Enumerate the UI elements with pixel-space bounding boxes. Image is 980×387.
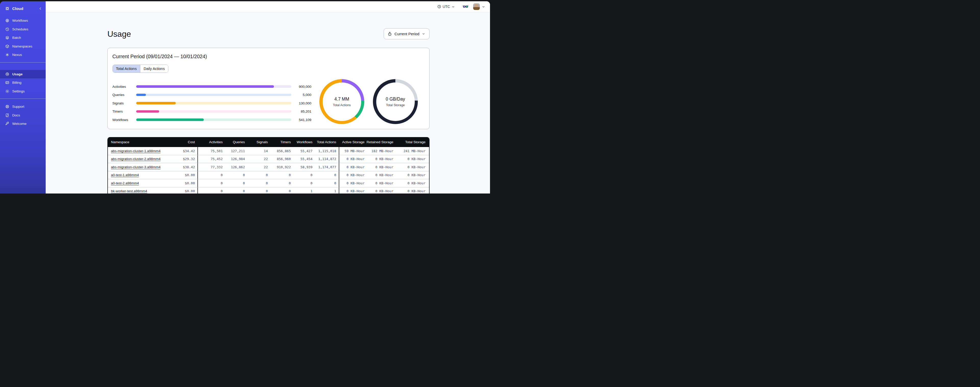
- column-header-activities: Activities: [197, 140, 225, 144]
- donut-value: 4.7 MM: [334, 96, 349, 102]
- cell-retained-storage: 0 KB-Hour: [367, 187, 396, 194]
- period-selector-button[interactable]: Current Period: [383, 28, 430, 39]
- usage-icon: [5, 72, 10, 76]
- user-avatar[interactable]: [473, 3, 480, 10]
- tab-daily-actions[interactable]: Daily Actions: [140, 65, 168, 72]
- column-header-workflows: Workflows: [293, 140, 315, 144]
- namespace-link[interactable]: bk-worker-test.a98mm4: [111, 189, 147, 193]
- cell-cost: $0.00: [174, 179, 197, 187]
- namespace-cell: abs-migration-cluster-1.a98mm4: [108, 147, 174, 155]
- sidebar-item-label: Namespaces: [12, 45, 32, 48]
- donut-center: 4.7 MM Total Actions: [323, 82, 361, 121]
- bar-row-activities: Activities900,000: [113, 84, 312, 90]
- bar-label: Workflows: [113, 118, 133, 122]
- sidebar-item-label: Settings: [12, 90, 25, 93]
- cell-queries: 126,862: [225, 163, 247, 171]
- cell-total-storage: 0 KB-Hour: [396, 171, 429, 179]
- settings-icon: [5, 89, 10, 93]
- sidebar-item-label: Welcome: [12, 122, 27, 126]
- welcome-icon: [5, 122, 10, 126]
- sidebar-item-namespaces[interactable]: Namespaces: [0, 42, 46, 51]
- bar-label: Activities: [113, 85, 133, 89]
- namespace-link[interactable]: abs-migration-cluster-2.a98mm4: [111, 157, 161, 161]
- cell-activities: 75,501: [197, 147, 225, 155]
- donut-label: Total Storage: [386, 103, 405, 107]
- cell-retained-storage: 0 KB-Hour: [367, 179, 396, 187]
- namespace-cell: bk-worker-test.a98mm4: [108, 187, 174, 194]
- chevron-down-icon: [422, 32, 425, 36]
- bar-value: 541,109: [294, 118, 312, 122]
- bar-row-queries: Queries5,000: [113, 92, 312, 98]
- donut-center: 0 GB/Day Total Storage: [376, 82, 415, 121]
- sidebar-nav-account: UsageBillingSettings: [0, 70, 46, 96]
- chevron-down-icon: [451, 5, 455, 9]
- column-header-cost: Cost: [174, 140, 197, 144]
- cell-timers: 856,960: [270, 155, 293, 163]
- sidebar-item-label: Schedules: [12, 27, 28, 31]
- nexus-icon: [5, 53, 10, 57]
- total-actions-donut: 4.7 MM Total Actions: [319, 79, 364, 124]
- cell-active-storage: 0 KB-Hour: [339, 155, 367, 163]
- cell-total-storage: 241 MB-Hour: [396, 147, 429, 155]
- cell-signals: 22: [247, 163, 270, 171]
- table-row: abs-migration-cluster-3.a98mm4$38.4277,3…: [108, 163, 429, 171]
- namespace-link[interactable]: abs-migration-cluster-1.a98mm4: [111, 149, 161, 153]
- sidebar-item-schedules[interactable]: Schedules: [0, 25, 46, 34]
- usage-bar-chart: Activities900,000Queries5,000Signals130,…: [113, 84, 312, 124]
- bar-fill: [136, 110, 159, 113]
- cell-cost: $34.42: [174, 147, 197, 155]
- temporal-logo-icon: [5, 6, 10, 11]
- workflows-icon: [5, 18, 10, 23]
- sidebar-item-batch[interactable]: Batch: [0, 34, 46, 42]
- cell-total-actions: 1,114,872: [315, 155, 339, 163]
- main-area: Usage Current Period Current Period (09/…: [46, 12, 490, 194]
- cell-total-actions: 0: [315, 179, 339, 187]
- cell-cost: $0.00: [174, 171, 197, 179]
- cell-workflows: 0: [293, 179, 315, 187]
- sidebar-item-support[interactable]: Support: [0, 102, 46, 111]
- bar-fill: [136, 102, 176, 104]
- bar-track: [136, 118, 291, 121]
- donut-charts: 4.7 MM Total Actions 0 GB/Day Total Stor…: [319, 79, 418, 124]
- bar-fill: [136, 118, 204, 121]
- bar-value: 5,000: [294, 93, 312, 97]
- bar-value: 85,201: [294, 110, 312, 114]
- labs-glasses-icon[interactable]: [463, 4, 468, 10]
- cell-cost: $38.42: [174, 163, 197, 171]
- clock-icon: [437, 5, 441, 9]
- bar-row-signals: Signals130,000: [113, 100, 312, 106]
- namespace-cell: a0-test-2.a98mm4: [108, 179, 174, 187]
- stopwatch-icon: [387, 32, 392, 36]
- period-button-label: Current Period: [395, 32, 419, 36]
- topbar: UTC: [46, 1, 490, 12]
- timezone-selector[interactable]: UTC: [437, 5, 455, 9]
- table-row: bk-worker-test.a98mm4$0.000000110 KB-Hou…: [108, 187, 429, 194]
- actions-tab-group: Total Actions Daily Actions: [113, 65, 169, 73]
- sidebar-item-usage[interactable]: Usage: [0, 70, 46, 78]
- namespace-link[interactable]: abs-migration-cluster-3.a98mm4: [111, 165, 161, 169]
- cell-retained-storage: 0 KB-Hour: [367, 163, 396, 171]
- cell-workflows: 55,427: [293, 147, 315, 155]
- sidebar-item-label: Support: [12, 105, 24, 109]
- namespace-link[interactable]: a0-test-2.a98mm4: [111, 181, 139, 185]
- batch-icon: [5, 35, 10, 40]
- bar-track: [136, 110, 291, 113]
- sidebar-item-welcome[interactable]: Welcome: [0, 120, 46, 128]
- table-row: a0-test-2.a98mm4$0.000000000 KB-Hour0 KB…: [108, 179, 429, 187]
- cell-retained-storage: 0 KB-Hour: [367, 155, 396, 163]
- column-header-signals: Signals: [247, 140, 270, 144]
- sidebar-item-docs[interactable]: Docs: [0, 111, 46, 120]
- sidebar-item-billing[interactable]: Billing: [0, 78, 46, 87]
- user-menu-chevron-icon[interactable]: [482, 5, 485, 9]
- sidebar-item-nexus[interactable]: Nexus: [0, 51, 46, 59]
- tab-total-actions[interactable]: Total Actions: [113, 65, 140, 72]
- cell-cost: $0.00: [174, 187, 197, 194]
- cell-timers: 0: [270, 187, 293, 194]
- sidebar-item-workflows[interactable]: Workflows: [0, 16, 46, 25]
- sidebar-item-label: Nexus: [12, 53, 22, 57]
- sidebar-collapse-button[interactable]: [38, 6, 42, 10]
- namespace-link[interactable]: a0-test-1.a98mm4: [111, 173, 139, 177]
- sidebar-item-settings[interactable]: Settings: [0, 87, 46, 96]
- cell-activities: 0: [197, 171, 225, 179]
- namespace-cell: abs-migration-cluster-3.a98mm4: [108, 163, 174, 171]
